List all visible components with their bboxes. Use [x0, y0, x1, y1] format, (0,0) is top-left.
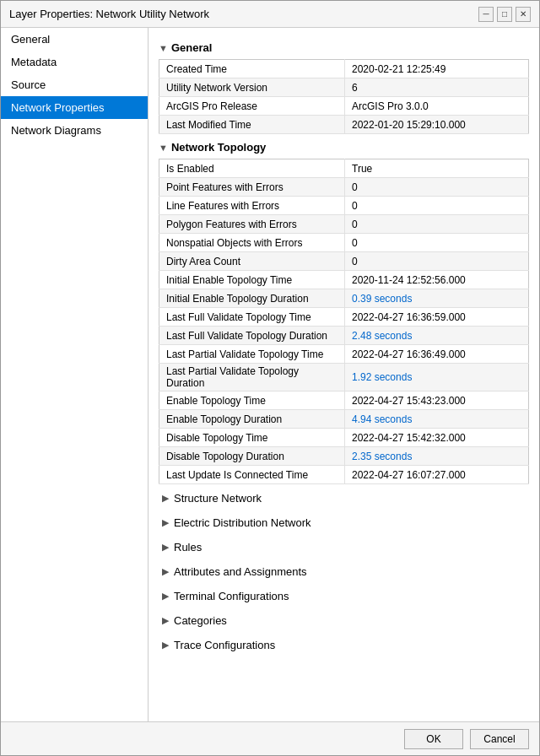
trace-configurations-header[interactable]: ▶ Trace Configurations	[159, 634, 529, 656]
structure-network-header[interactable]: ▶ Structure Network	[159, 488, 529, 509]
electric-distribution-label: Electric Distribution Network	[174, 516, 311, 529]
categories-header[interactable]: ▶ Categories	[159, 610, 529, 631]
prop-value: 0	[345, 234, 529, 252]
prop-key: Last Modified Time	[159, 116, 345, 134]
prop-key: Disable Topology Time	[159, 429, 345, 447]
prop-value: 2.35 seconds	[345, 447, 529, 466]
electric-distribution-header[interactable]: ▶ Electric Distribution Network	[159, 512, 529, 533]
prop-key: Last Full Validate Topology Time	[159, 308, 345, 327]
rules-label: Rules	[174, 541, 202, 554]
prop-value: 2020-02-21 12:25:49	[345, 60, 529, 78]
sidebar-item-network-diagrams[interactable]: Network Diagrams	[1, 119, 148, 142]
prop-key: Last Full Validate Topology Duration	[159, 327, 345, 345]
trace-configurations-chevron-icon: ▶	[162, 640, 169, 651]
prop-value: 2.48 seconds	[345, 327, 529, 345]
prop-key: Utility Network Version	[159, 78, 345, 97]
prop-value: 0	[345, 215, 529, 234]
prop-key: Polygon Features with Errors	[159, 215, 345, 234]
structure-network-chevron-icon: ▶	[162, 493, 169, 504]
main-window: Layer Properties: Network Utility Networ…	[0, 0, 540, 756]
prop-key: Is Enabled	[159, 159, 345, 178]
minimize-button[interactable]: ─	[478, 7, 494, 22]
prop-value: 2022-04-27 15:43:23.000	[345, 392, 529, 410]
prop-key: Initial Enable Topology Time	[159, 271, 345, 289]
content-area: ▼ General Created Time 2020-02-21 12:25:…	[148, 28, 539, 721]
prop-key: Dirty Area Count	[159, 252, 345, 271]
table-row: Last Full Validate Topology Time 2022-04…	[159, 308, 529, 327]
structure-network-section: ▶ Structure Network	[159, 488, 529, 509]
cancel-button[interactable]: Cancel	[470, 729, 529, 749]
prop-key: ArcGIS Pro Release	[159, 97, 345, 116]
terminal-configurations-header[interactable]: ▶ Terminal Configurations	[159, 586, 529, 607]
close-button[interactable]: ✕	[516, 7, 531, 22]
table-row: Utility Network Version 6	[159, 78, 529, 97]
table-row: Polygon Features with Errors 0	[159, 215, 529, 234]
prop-key: Last Partial Validate Topology Duration	[159, 364, 345, 392]
general-section-header[interactable]: ▼ General	[159, 41, 529, 54]
table-row: Last Modified Time 2022-01-20 15:29:10.0…	[159, 116, 529, 134]
sidebar-item-source[interactable]: Source	[1, 73, 148, 96]
categories-chevron-icon: ▶	[162, 615, 169, 626]
prop-value: 2022-04-27 16:36:59.000	[345, 308, 529, 327]
table-row: Created Time 2020-02-21 12:25:49	[159, 60, 529, 78]
network-topology-section-header[interactable]: ▼ Network Topology	[159, 141, 529, 154]
table-row: Last Partial Validate Topology Duration …	[159, 364, 529, 392]
table-row: Is Enabled True	[159, 159, 529, 178]
prop-value: 2022-04-27 16:07:27.000	[345, 466, 529, 484]
general-table: Created Time 2020-02-21 12:25:49 Utility…	[159, 59, 529, 134]
sidebar-item-network-properties[interactable]: Network Properties	[1, 96, 148, 119]
attributes-header[interactable]: ▶ Attributes and Assignments	[159, 561, 529, 582]
attributes-chevron-icon: ▶	[162, 566, 169, 577]
network-topology-table: Is Enabled True Point Features with Erro…	[159, 159, 529, 484]
footer: OK Cancel	[1, 721, 539, 755]
sidebar-item-metadata[interactable]: Metadata	[1, 51, 148, 73]
table-row: Disable Topology Time 2022-04-27 15:42:3…	[159, 429, 529, 447]
title-controls: ─ □ ✕	[478, 7, 531, 22]
prop-key: Disable Topology Duration	[159, 447, 345, 466]
prop-key: Enable Topology Time	[159, 392, 345, 410]
prop-key: Point Features with Errors	[159, 178, 345, 197]
general-chevron-icon: ▼	[159, 43, 168, 53]
trace-configurations-label: Trace Configurations	[174, 639, 275, 651]
rules-header[interactable]: ▶ Rules	[159, 537, 529, 558]
maximize-button[interactable]: □	[497, 7, 512, 22]
table-row: Initial Enable Topology Time 2020-11-24 …	[159, 271, 529, 289]
title-bar: Layer Properties: Network Utility Networ…	[1, 1, 539, 28]
table-row: Dirty Area Count 0	[159, 252, 529, 271]
structure-network-label: Structure Network	[174, 492, 262, 505]
prop-value: True	[345, 159, 529, 178]
table-row: Last Update Is Connected Time 2022-04-27…	[159, 466, 529, 484]
general-section-label: General	[171, 41, 212, 54]
table-row: Enable Topology Duration 4.94 seconds	[159, 410, 529, 429]
rules-section: ▶ Rules	[159, 537, 529, 558]
terminal-configurations-section: ▶ Terminal Configurations	[159, 586, 529, 607]
table-row: Initial Enable Topology Duration 0.39 se…	[159, 289, 529, 308]
prop-value: ArcGIS Pro 3.0.0	[345, 97, 529, 116]
table-row: Enable Topology Time 2022-04-27 15:43:23…	[159, 392, 529, 410]
prop-value: 1.92 seconds	[345, 364, 529, 392]
prop-value: 0	[345, 197, 529, 215]
prop-value: 2020-11-24 12:52:56.000	[345, 271, 529, 289]
prop-key: Enable Topology Duration	[159, 410, 345, 429]
table-row: Line Features with Errors 0	[159, 197, 529, 215]
window-title: Layer Properties: Network Utility Networ…	[9, 8, 209, 20]
prop-key: Last Update Is Connected Time	[159, 466, 345, 484]
network-topology-chevron-icon: ▼	[159, 143, 168, 153]
electric-distribution-chevron-icon: ▶	[162, 517, 169, 528]
categories-section: ▶ Categories	[159, 610, 529, 631]
sidebar: General Metadata Source Network Properti…	[1, 28, 148, 721]
terminal-configurations-label: Terminal Configurations	[174, 590, 289, 602]
prop-key: Initial Enable Topology Duration	[159, 289, 345, 308]
prop-value: 2022-04-27 16:36:49.000	[345, 345, 529, 364]
sidebar-item-general[interactable]: General	[1, 28, 148, 51]
electric-distribution-section: ▶ Electric Distribution Network	[159, 512, 529, 533]
table-row: Nonspatial Objects with Errors 0	[159, 234, 529, 252]
prop-key: Last Partial Validate Topology Time	[159, 345, 345, 364]
table-row: Last Full Validate Topology Duration 2.4…	[159, 327, 529, 345]
table-row: Point Features with Errors 0	[159, 178, 529, 197]
prop-key: Nonspatial Objects with Errors	[159, 234, 345, 252]
network-topology-section-label: Network Topology	[171, 141, 266, 154]
ok-button[interactable]: OK	[404, 729, 463, 749]
table-row: Last Partial Validate Topology Time 2022…	[159, 345, 529, 364]
terminal-configurations-chevron-icon: ▶	[162, 591, 169, 602]
